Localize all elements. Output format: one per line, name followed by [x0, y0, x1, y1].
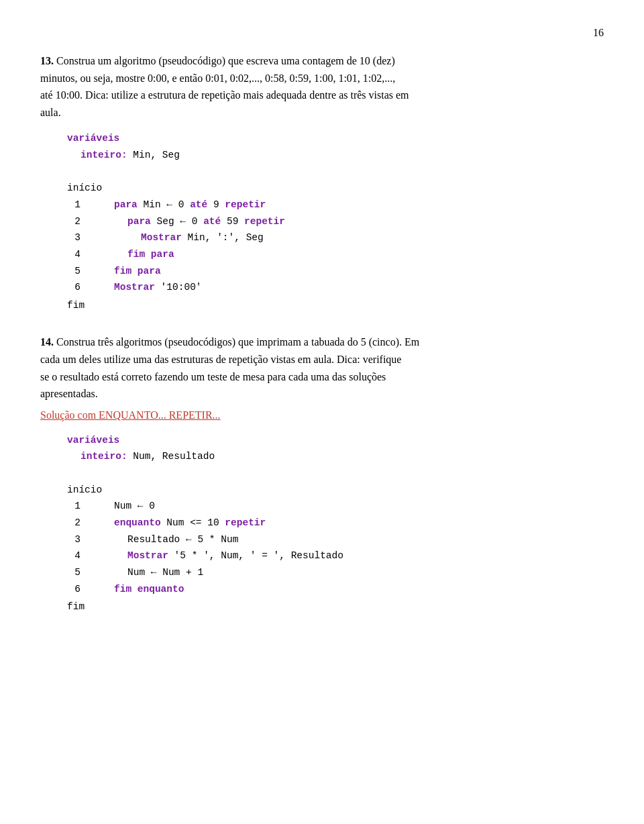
code-line-13-4: 4 fim para	[67, 246, 604, 263]
question-14-line4: apresentadas.	[40, 388, 98, 399]
question-14-text: 14. Construa três algoritmos (pseudocódi…	[40, 333, 604, 402]
variables-line-13: variáveis	[67, 130, 604, 147]
variables-line-14: variáveis	[67, 432, 604, 449]
inicio-13: início	[67, 180, 604, 197]
question-14-line1: Construa três algoritmos (pseudocódigos)…	[56, 336, 419, 348]
question-14-block: 14. Construa três algoritmos (pseudocódi…	[40, 333, 604, 615]
inteiro-keyword-13: inteiro:	[80, 150, 127, 160]
fim-13: fim	[67, 297, 604, 314]
question-14-line3: se o resultado está correto fazendo um t…	[40, 371, 386, 382]
fim-14: fim	[67, 599, 604, 615]
code-line-14-2: 2 enquanto Num <= 10 repetir	[67, 515, 604, 531]
code-line-14-6: 6 fim enquanto	[67, 581, 604, 598]
question-13-line1: Construa um algoritmo (pseudocódigo) que…	[56, 55, 395, 66]
question-13-number: 13.	[40, 55, 54, 66]
question-13-text: 13. Construa um algoritmo (pseudocódigo)…	[40, 52, 604, 121]
code-line-14-3: 3 Resultado ← 5 * Num	[67, 531, 604, 548]
solution-link-enquanto[interactable]: Solução com ENQUANTO... REPETIR...	[40, 409, 604, 421]
question-14-code: variáveis inteiro: Num, Resultado início…	[67, 432, 604, 615]
inteiro-line-14: inteiro: Num, Resultado	[80, 448, 604, 465]
question-13-code: variáveis inteiro: Min, Seg início 1 par…	[67, 130, 604, 313]
question-14-line2: cada um deles utilize uma das estruturas…	[40, 354, 401, 365]
code-line-13-2: 2 para Seg ← 0 até 59 repetir	[67, 213, 604, 230]
question-13-block: 13. Construa um algoritmo (pseudocódigo)…	[40, 52, 604, 313]
code-line-14-4: 4 Mostrar '5 * ', Num, ' = ', Resultado	[67, 548, 604, 564]
variables-keyword-13: variáveis	[67, 133, 119, 144]
code-line-13-1: 1 para Min ← 0 até 9 repetir	[67, 197, 604, 213]
question-13-line4: aula.	[40, 107, 61, 118]
page-number: 16	[40, 27, 604, 39]
inteiro-line-13: inteiro: Min, Seg	[80, 147, 604, 164]
question-13-line2: minutos, ou seja, mostre 0:00, e então 0…	[40, 72, 395, 84]
inteiro-keyword-14: inteiro:	[80, 451, 127, 462]
code-line-14-5: 5 Num ← Num + 1	[67, 564, 604, 581]
code-line-13-3: 3 Mostrar Min, ':', Seg	[67, 229, 604, 246]
question-13-line3: até 10:00. Dica: utilize a estrutura de …	[40, 89, 409, 101]
variables-keyword-14: variáveis	[67, 435, 119, 446]
inicio-14: início	[67, 482, 604, 499]
code-line-13-5: 5 fim para	[67, 263, 604, 280]
code-line-14-1: 1 Num ← 0	[67, 498, 604, 515]
question-14-number: 14.	[40, 336, 54, 348]
code-line-13-6: 6 Mostrar '10:00'	[67, 279, 604, 296]
